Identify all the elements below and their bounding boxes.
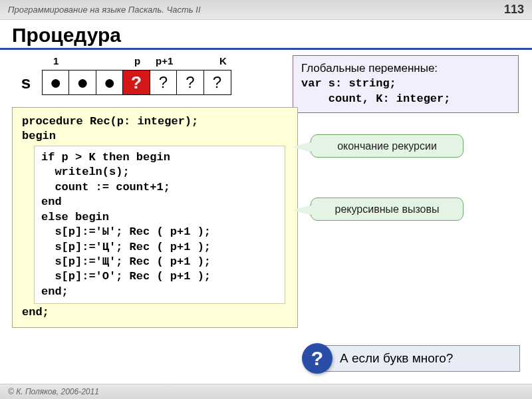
array-cell: ● [42, 70, 70, 95]
page-number: 113 [504, 3, 524, 17]
code-line: begin [22, 129, 288, 144]
slide-title: Процедура [0, 20, 532, 50]
array-cell-current: ? [122, 70, 150, 95]
array-name: s [16, 72, 36, 93]
array-cell: ? [176, 70, 204, 95]
slide-header: Программирование на языке Паскаль. Часть… [0, 0, 532, 20]
code-line: s[p]:='Ы'; Rec ( p+1 ); [41, 225, 278, 239]
globals-box: Глобальные переменные: var s: string; co… [293, 55, 519, 113]
code-line: count := count+1; [41, 180, 278, 195]
code-line: if p > K then begin [41, 150, 278, 165]
code-line: end [41, 195, 278, 209]
code-inner-box: if p > K then begin writeln(s); count :=… [34, 146, 285, 304]
globals-heading: Глобальные переменные: [301, 61, 510, 76]
question-text: А если букв много? [321, 345, 520, 372]
question-mark-icon: ? [302, 343, 332, 374]
code-line: s[p]:='Щ'; Rec ( p+1 ); [41, 255, 278, 269]
code-line: s[p]:='Ц'; Rec ( p+1 ); [41, 240, 278, 255]
array-cell: ? [150, 70, 178, 95]
callout-recursive-calls: рекурсивные вызовы [311, 198, 464, 221]
slide-footer: © К. Поляков, 2006-2011 [0, 384, 532, 399]
code-line: end; [22, 305, 288, 320]
array-cell: ? [203, 70, 231, 95]
code-line: end; [41, 285, 278, 299]
code-line: else begin [41, 210, 278, 225]
question-bar: ? А если букв много? [302, 343, 520, 374]
code-line: procedure Rec(p: integer); [22, 114, 288, 129]
code-line: s[p]:='О'; Rec ( p+1 ); [41, 269, 278, 284]
array-cell: ● [68, 70, 96, 95]
array-cell: ● [96, 70, 124, 95]
code-line: writeln(s); [41, 165, 278, 180]
globals-line: var s: string; [301, 76, 510, 92]
code-box: procedure Rec(p: integer); begin if p > … [12, 107, 298, 328]
slide-content: 1 p p+1 K s ● ● ● ? ? ? ? Глобальные пер… [0, 50, 532, 333]
globals-line: count, K: integer; [301, 92, 510, 107]
callout-recursion-end: окончание рекурсии [311, 134, 464, 158]
course-title: Программирование на языке Паскаль. Часть… [8, 5, 201, 15]
